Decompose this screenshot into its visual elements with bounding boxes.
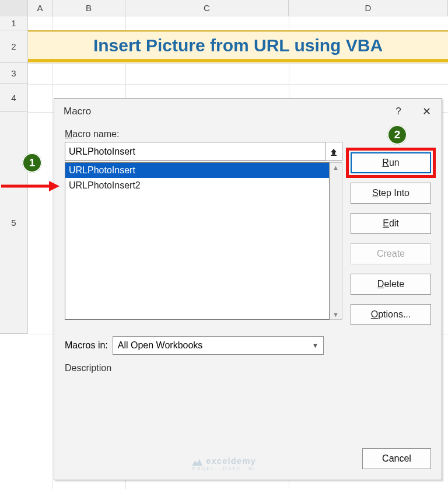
macros-in-label: Macros in: bbox=[65, 340, 108, 351]
dialog-title: Macro bbox=[64, 106, 390, 117]
delete-button[interactable]: Delete bbox=[351, 274, 431, 295]
row-header-2[interactable]: 2 bbox=[0, 30, 28, 63]
col-header-b[interactable]: B bbox=[52, 0, 125, 16]
macro-dialog: Macro ? ✕ Macro name: URLPhotoInsert URL… bbox=[54, 98, 442, 480]
row-header-5[interactable]: 5 bbox=[0, 112, 28, 334]
scroll-up-icon: ▲ bbox=[332, 164, 339, 171]
column-headers: A B C D bbox=[0, 0, 448, 16]
callout-badge-1: 1 bbox=[22, 153, 42, 173]
row-header-1[interactable]: 1 bbox=[0, 16, 28, 30]
col-header-d[interactable]: D bbox=[289, 0, 448, 16]
macro-name-collapse-button[interactable] bbox=[325, 142, 342, 161]
arrow-annotation bbox=[1, 181, 60, 191]
col-header-a[interactable]: A bbox=[28, 0, 52, 16]
macros-in-value: All Open Workbooks bbox=[118, 340, 203, 351]
macro-name-input[interactable] bbox=[65, 142, 325, 161]
options-button[interactable]: Options... bbox=[351, 304, 431, 325]
svg-marker-2 bbox=[49, 181, 60, 191]
dialog-titlebar[interactable]: Macro ? ✕ bbox=[54, 99, 442, 120]
row-header-3[interactable]: 3 bbox=[0, 63, 28, 84]
macro-name-label: Macro name: bbox=[65, 129, 431, 139]
help-button[interactable]: ? bbox=[390, 103, 407, 120]
step-into-button[interactable]: Step Into bbox=[351, 183, 431, 204]
close-button[interactable]: ✕ bbox=[414, 103, 439, 120]
row-header-4[interactable]: 4 bbox=[0, 84, 28, 112]
run-button[interactable]: Run bbox=[351, 152, 431, 173]
macros-in-select[interactable]: All Open Workbooks ▼ bbox=[113, 336, 324, 355]
list-item[interactable]: URLPhotoInsert2 bbox=[65, 178, 329, 193]
col-header-c[interactable]: C bbox=[125, 0, 289, 16]
dialog-button-column: Run Step Into Edit Create Delete Options… bbox=[351, 152, 431, 325]
run-highlight-annotation: Run bbox=[346, 148, 436, 178]
callout-badge-2: 2 bbox=[387, 125, 407, 145]
svg-rect-0 bbox=[331, 155, 337, 156]
watermark-icon bbox=[192, 457, 202, 466]
create-button: Create bbox=[351, 243, 431, 264]
chevron-down-icon: ▼ bbox=[312, 342, 318, 349]
scroll-down-icon: ▼ bbox=[332, 311, 339, 318]
arrow-up-icon bbox=[330, 148, 338, 156]
list-item[interactable]: URLPhotoInsert bbox=[65, 163, 329, 178]
edit-button[interactable]: Edit bbox=[351, 213, 431, 234]
macro-list[interactable]: URLPhotoInsert URLPhotoInsert2 bbox=[65, 162, 330, 320]
description-label: Description bbox=[65, 363, 345, 373]
watermark: exceldemy EXCEL · DATA · BI bbox=[0, 456, 448, 471]
select-all-corner[interactable] bbox=[0, 0, 28, 16]
macro-list-scrollbar[interactable]: ▲ ▼ bbox=[330, 162, 342, 320]
page-title: Insert Picture from URL using VBA bbox=[28, 30, 448, 62]
row-headers: 1 2 3 4 5 bbox=[0, 16, 28, 334]
